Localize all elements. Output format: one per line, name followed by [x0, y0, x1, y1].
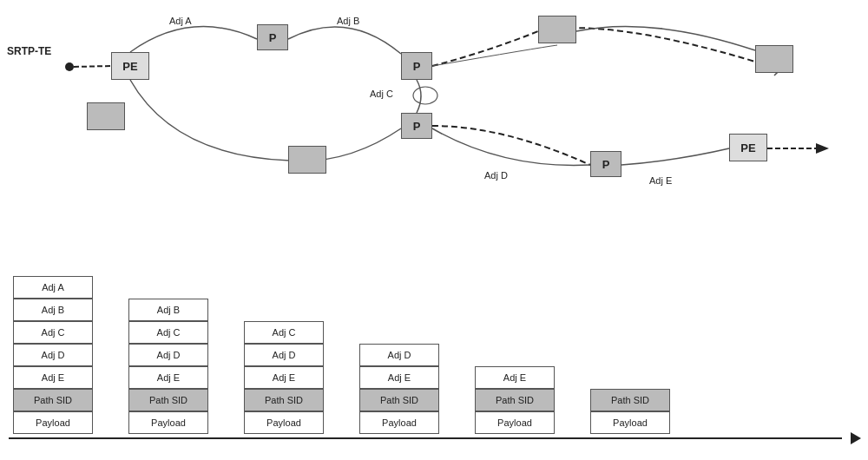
cell-adj-b-2: Adj B [128, 299, 208, 321]
cell-payload-4: Payload [359, 411, 439, 434]
pe-left-node: PE [111, 52, 149, 80]
cell-adj-b-1: Adj B [13, 299, 93, 321]
cell-payload-3: Payload [244, 411, 324, 434]
p-lower-node: P [401, 113, 432, 139]
cell-adj-d-3: Adj D [244, 344, 324, 366]
cell-adj-c-1: Adj C [13, 321, 93, 344]
cell-adj-e-2: Adj E [128, 366, 208, 389]
cell-adj-d-1: Adj D [13, 344, 93, 366]
pe-right-node: PE [729, 134, 767, 161]
cell-adj-d-2: Adj D [128, 344, 208, 366]
cell-adj-c-2: Adj C [128, 321, 208, 344]
cell-path-sid-4: Path SID [359, 389, 439, 411]
cell-adj-e-5: Adj E [475, 366, 555, 389]
box-far-right-node [755, 45, 793, 73]
cell-payload-5: Payload [475, 411, 555, 434]
packet-stack-5: Adj E Path SID Payload [475, 366, 555, 434]
cell-payload-6: Payload [590, 411, 670, 434]
cell-adj-e-4: Adj E [359, 366, 439, 389]
packet-stack-4: Adj D Adj E Path SID Payload [359, 344, 439, 434]
cell-adj-e-1: Adj E [13, 366, 93, 389]
cell-adj-c-3: Adj C [244, 321, 324, 344]
svg-marker-3 [816, 143, 829, 154]
cell-adj-e-3: Adj E [244, 366, 324, 389]
packet-stack-6: Path SID Payload [590, 389, 670, 434]
cell-path-sid-5: Path SID [475, 389, 555, 411]
p-center-node: P [401, 52, 432, 80]
adj-b-label: Adj B [337, 16, 359, 26]
cell-payload-2: Payload [128, 411, 208, 434]
packet-stack-1: Adj A Adj B Adj C Adj D Adj E Path SID P… [13, 276, 93, 434]
time-arrow-line [9, 437, 842, 439]
network-diagram: SRTP-TE PE P P P P PE Adj A Adj B Adj C … [0, 0, 868, 226]
box-top-right-node [538, 16, 576, 43]
cell-path-sid-1: Path SID [13, 389, 93, 411]
connection-lines [0, 0, 868, 226]
packet-stack-3: Adj C Adj D Adj E Path SID Payload [244, 321, 324, 434]
time-arrow-head [851, 432, 861, 444]
cell-path-sid-2: Path SID [128, 389, 208, 411]
cell-path-sid-6: Path SID [590, 389, 670, 411]
cell-path-sid-3: Path SID [244, 389, 324, 411]
p-right-lower-node: P [590, 151, 621, 177]
box-mid-bottom-node [288, 146, 326, 174]
adj-d-label: Adj D [484, 170, 508, 181]
svg-line-1 [74, 66, 111, 67]
svg-point-0 [65, 62, 74, 71]
cell-adj-a-1: Adj A [13, 276, 93, 299]
box-bottom-left-node [87, 102, 125, 130]
adj-e-label: Adj E [649, 175, 672, 186]
cell-adj-d-4: Adj D [359, 344, 439, 366]
srtp-te-label: SRTP-TE [7, 45, 51, 57]
adj-c-label: Adj C [370, 89, 393, 99]
adj-a-label: Adj A [169, 16, 192, 26]
cell-payload-1: Payload [13, 411, 93, 434]
packet-stack-2: Adj B Adj C Adj D Adj E Path SID Payload [128, 299, 208, 434]
svg-point-4 [413, 87, 437, 104]
p-top-mid-node: P [257, 24, 288, 50]
packet-stacks-area: Adj A Adj B Adj C Adj D Adj E Path SID P… [0, 224, 868, 460]
